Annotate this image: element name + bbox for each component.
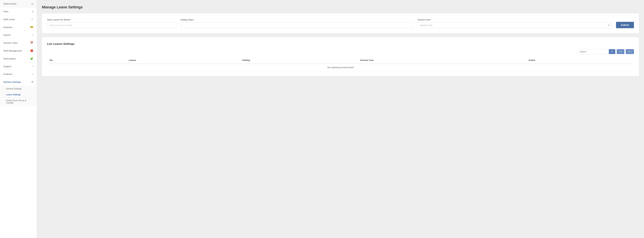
refresh-icon: ↻ [611,50,613,53]
sidebar-item-staff-leave[interactable]: Staff Leave ✈ [0,16,37,23]
monitor-icon: 🖥 [31,2,33,5]
no-records-message: No matching records found [47,64,634,71]
table-toolbar: ↻ ≡ ▾ ⬇ ▾ [47,49,634,54]
manage-leave-card: Total Leaves Per Month* Holiday Days* Se… [42,14,639,33]
chevron-down-icon: ▾ [621,51,622,53]
sidebar-item-session-years[interactable]: Session Years 📅 [0,39,37,47]
col-holiday: Holiday [240,57,358,64]
total-leaves-group: Total Leaves Per Month* [47,19,176,28]
total-leaves-label: Total Leaves Per Month* [47,19,176,21]
dollar-icon: $ [32,10,33,13]
list-section-title: List Leaves Settings [47,42,634,46]
sidebar-item-system-settings[interactable]: System Settings ⚙ [0,78,37,86]
calendar-icon: 📅 [30,41,33,44]
refresh-button[interactable]: ↻ [609,49,615,54]
sidebar-submenu-general-settings[interactable]: General Settings [0,86,37,92]
holiday-days-label: Holiday Days* [180,19,414,21]
session-year-select[interactable]: Session Year [418,22,612,28]
table-body: No matching records found [47,64,634,71]
required-star-leaves: * [70,19,71,21]
table-empty-row: No matching records found [47,64,634,71]
columns-button[interactable]: ≡ ▾ [617,49,624,54]
holiday-days-group: Holiday Days* [180,19,414,28]
session-year-label: Session Year* [418,19,612,21]
sidebar-submenu-online-exam-terms[interactable]: Online Exam Terms & Conditic [0,98,37,106]
card-icon: 💳 [30,26,33,29]
columns-icon: ≡ [619,50,620,53]
list-leaves-card: List Leaves Settings ↻ ≡ ▾ ⬇ ▾ No. Leave… [42,37,639,76]
col-session-year: Session Year [358,57,526,64]
main-content: Manage Leave Settings Total Leaves Per M… [37,0,644,238]
bag-icon: 🎒 [30,49,33,52]
sidebar-item-subscription[interactable]: Subscription 🧩 [0,55,37,63]
required-star-holiday: * [194,19,194,21]
chevron-down-icon-export: ▾ [631,51,632,53]
sidebar-item-staff-management[interactable]: Staff Management 🎒 [0,47,37,55]
leave-form-row: Total Leaves Per Month* Holiday Days* Se… [47,19,634,28]
col-no: No. [47,57,126,64]
system-settings-submenu: General Settings Leave Settings Online E… [0,86,37,106]
payroll-icon: ≡ [32,34,33,37]
list-icon: ≡ [32,73,33,76]
sidebar-item-payroll[interactable]: Payroll ≡ [0,31,37,39]
sidebar-submenu-leave-settings[interactable]: Leave Settings [0,92,37,98]
sidebar: Online Exam 🖥 Fees $ Staff Leave ✈ Expen… [0,0,37,238]
holiday-days-input[interactable] [180,22,414,28]
puzzle-icon: 🧩 [30,57,33,60]
search-input[interactable] [577,49,608,54]
download-icon: ⬇ [628,50,630,53]
sidebar-item-online-exam[interactable]: Online Exam 🖥 [0,0,37,8]
leaves-table: No. Leaves Holiday Session Year Action N… [47,57,634,71]
total-leaves-input[interactable] [47,22,176,28]
required-star-session: * [431,19,432,21]
submit-button[interactable]: Submit [616,22,634,28]
page-title: Manage Leave Settings [42,5,639,10]
sidebar-item-fees[interactable]: Fees $ [0,8,37,16]
session-year-group: Session Year* Session Year [418,19,612,28]
sidebar-item-features[interactable]: Features ≡ [0,70,37,78]
col-action: Action [526,57,634,64]
plane-icon: ✈ [31,18,33,21]
sidebar-item-expense[interactable]: Expense 💳 [0,23,37,31]
sidebar-item-support[interactable]: Support ? [0,63,37,70]
gear-icon: ⚙ [31,80,33,83]
export-button[interactable]: ⬇ ▾ [626,49,634,54]
table-header: No. Leaves Holiday Session Year Action [47,57,634,64]
col-leaves: Leaves [126,57,240,64]
question-icon: ? [32,65,33,68]
